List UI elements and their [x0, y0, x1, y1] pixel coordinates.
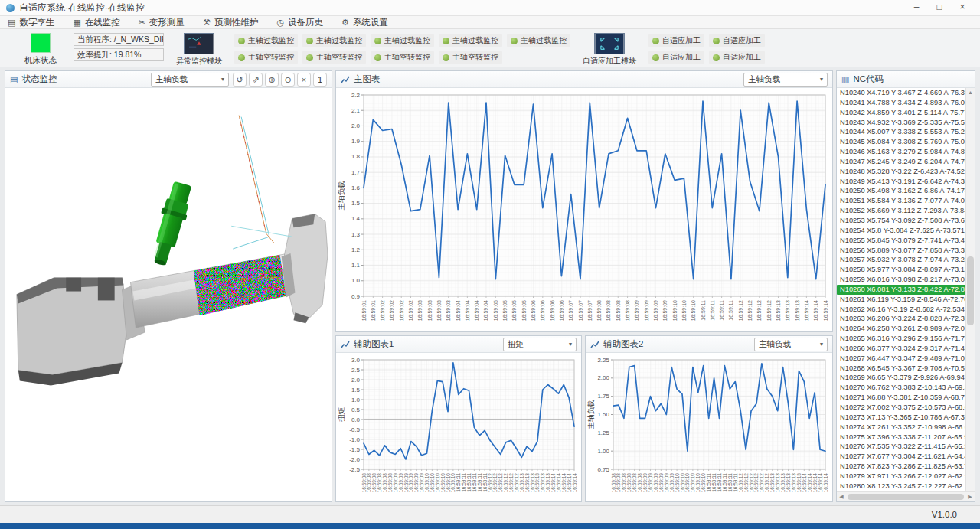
adaptive-chip-2[interactable]: 自适应加工 — [648, 51, 704, 64]
nc-line[interactable]: N10242 X4.859 Y-3.401 Z-5.114 A-75.775 — [837, 108, 965, 118]
scrollbar-thumb[interactable] — [967, 256, 974, 325]
menu-item-5[interactable]: ⚙系统设置 — [341, 17, 388, 28]
orbit-button[interactable]: ↺ — [233, 73, 247, 87]
nc-line[interactable]: N10263 X6.206 Y-3.224 Z-8.828 A-72.33 ( — [837, 314, 965, 324]
svg-text:16:59:06: 16:59:06 — [550, 300, 555, 321]
nc-line[interactable]: N10276 X7.535 Y-3.322 Z-11.415 A-65.22 — [837, 442, 965, 452]
nc-line[interactable]: N10251 X5.584 Y-3.136 Z-7.077 A-74.012 — [837, 196, 965, 206]
nc-line[interactable]: N10265 X6.316 Y-3.296 Z-9.156 A-71.771 — [837, 334, 965, 344]
nc-line[interactable]: N10271 X6.88 Y-3.381 Z-10.359 A-68.711 — [837, 393, 965, 403]
status-panel-header: ▤ 状态监控 主轴负载 ▾ ↺ ⇗ ⊕ ⊖ × 1 — [5, 71, 332, 88]
svg-text:-0.5: -0.5 — [349, 426, 360, 433]
idle-monitor-chip-0[interactable]: 主轴空转监控 — [234, 51, 298, 64]
nc-line[interactable]: N10255 X5.845 Y-3.079 Z-7.741 A-73.458 — [837, 236, 965, 246]
nc-line[interactable]: N10261 X6.119 Y-3.159 Z-8.546 A-72.701 — [837, 295, 965, 305]
menu-item-2[interactable]: ✂变形测量 — [139, 17, 185, 28]
export-button[interactable]: ⇗ — [249, 73, 263, 87]
nc-line[interactable]: N10274 X7.261 Y-3.352 Z-10.998 A-66.67 — [837, 423, 965, 433]
nc-line[interactable]: N10253 X5.754 Y-3.092 Z-7.508 A-73.677 — [837, 216, 965, 226]
aux-chart2-panel: 辅助图表2 主轴负载 ▾ 0.751.001.251.501.752.002.2… — [585, 335, 833, 502]
nc-line[interactable]: N10264 X6.258 Y-3.261 Z-8.989 A-72.072 — [837, 324, 965, 334]
nc-line-active[interactable]: N10260 X6.081 Y-3.133 Z-8.422 A-72.835 — [837, 285, 965, 295]
nc-line[interactable]: N10279 X7.971 Y-3.266 Z-12.027 A-62.98 — [837, 472, 965, 482]
menu-item-1[interactable]: ▦在线监控 — [73, 17, 119, 28]
nc-line[interactable]: N10254 X5.8 Y-3.084 Z-7.625 A-73.571 C — [837, 226, 965, 236]
fit-view-button[interactable]: × — [297, 73, 311, 87]
svg-text:16:59:08: 16:59:08 — [625, 300, 630, 321]
aux-chart1-dropdown[interactable]: 扭矩 ▾ — [503, 338, 577, 351]
menu-item-3[interactable]: ⚒预测性维护 — [203, 17, 258, 28]
adaptive-module-block[interactable]: 自适应加工模块 — [583, 33, 636, 67]
adaptive-chip-3[interactable]: 自适应加工 — [709, 51, 765, 64]
green-led-icon — [238, 38, 245, 44]
view-page-indicator[interactable]: 1 — [313, 73, 327, 87]
menu-item-4[interactable]: ◷设备历史 — [276, 17, 323, 28]
main-chart-dropdown[interactable]: 主轴负载 ▾ — [743, 73, 828, 87]
green-led-icon — [443, 54, 449, 61]
nc-line[interactable]: N10269 X6.65 Y-3.379 Z-9.926 A-69.947 ( — [837, 373, 965, 383]
adaptive-chip-1[interactable]: 自适应加工 — [709, 34, 765, 47]
aux-chart2-dropdown[interactable]: 主轴负载 ▾ — [754, 338, 828, 351]
adaptive-module-thumbnail[interactable] — [594, 33, 625, 54]
menu-item-0[interactable]: ▤数字孪生 — [8, 17, 54, 28]
svg-text:2.0: 2.0 — [351, 122, 361, 129]
idle-monitor-chip-3[interactable]: 主轴空转监控 — [439, 51, 502, 64]
overload-monitor-chip-1[interactable]: 主轴过载监控 — [302, 34, 366, 47]
adaptive-chip-row-1: 自适应加工自适应加工 — [648, 34, 765, 47]
nc-line[interactable]: N10268 X6.545 Y-3.367 Z-9.708 A-70.519 — [837, 364, 965, 374]
nc-line[interactable]: N10262 X6.16 Y-3.19 Z-8.682 A-72.534 C — [837, 305, 965, 315]
nc-line[interactable]: N10252 X5.669 Y-3.112 Z-7.293 A-73.844 — [837, 206, 965, 216]
idle-monitor-chip-2[interactable]: 主轴空转监控 — [371, 51, 434, 64]
nc-line[interactable]: N10248 X5.328 Y-3.22 Z-6.423 A-74.52 C — [837, 167, 965, 177]
nc-vertical-scrollbar[interactable]: ▲ — [965, 88, 975, 491]
idle-monitor-chip-1[interactable]: 主轴空转监控 — [302, 51, 366, 64]
nc-line[interactable]: N10244 X5.007 Y-3.338 Z-5.553 A-75.297 — [837, 127, 965, 137]
overload-monitor-chip-4[interactable]: 主轴过载监控 — [507, 34, 570, 47]
nc-line[interactable]: N10257 X5.932 Y-3.078 Z-7.974 A-73.243 — [837, 255, 965, 265]
overload-monitor-chip-2[interactable]: 主轴过载监控 — [371, 34, 434, 47]
nc-line[interactable]: N10277 X7.677 Y-3.304 Z-11.621 A-64.48 — [837, 452, 965, 462]
nc-line[interactable]: N10270 X6.762 Y-3.383 Z-10.143 A-69.34 — [837, 383, 965, 393]
overload-monitor-chip-3[interactable]: 主轴过载监控 — [439, 34, 502, 47]
nc-line[interactable]: N10259 X6.016 Y-3.098 Z-8.217 A-73.036 — [837, 275, 965, 285]
svg-text:16:59:02: 16:59:02 — [380, 300, 385, 321]
nc-line[interactable]: N10241 X4.788 Y-3.434 Z-4.893 A-76.062 — [837, 98, 965, 108]
nc-line[interactable]: N10258 X5.977 Y-3.084 Z-8.097 A-73.138 — [837, 265, 965, 275]
nc-line[interactable]: N10272 X7.002 Y-3.375 Z-10.573 A-68.05 — [837, 403, 965, 413]
scrollbar-thumb[interactable] — [848, 494, 964, 500]
close-button[interactable]: × — [951, 0, 974, 15]
scroll-left-icon[interactable]: ◀ — [837, 494, 846, 500]
adaptive-module-label: 自适应加工模块 — [583, 56, 636, 67]
minimize-button[interactable]: – — [905, 0, 928, 15]
viewport-3d[interactable] — [5, 88, 332, 501]
nc-line[interactable]: N10247 X5.245 Y-3.249 Z-6.204 A-74.701 — [837, 157, 965, 167]
nc-line[interactable]: N10240 X4.719 Y-3.467 Z-4.669 A-76.396 — [837, 88, 965, 98]
nc-horizontal-scrollbar[interactable]: ◀ ▶ — [837, 491, 975, 501]
nc-line[interactable]: N10275 X7.396 Y-3.338 Z-11.207 A-65.95 — [837, 433, 965, 442]
anomaly-module-label: 异常监控模块 — [176, 56, 222, 67]
nc-line[interactable]: N10278 X7.823 Y-3.286 Z-11.825 A-63.73 — [837, 462, 965, 472]
scroll-up-icon[interactable]: ▲ — [966, 88, 975, 97]
nc-line[interactable]: N10267 X6.447 Y-3.347 Z-9.489 A-71.055 — [837, 354, 965, 364]
nc-line[interactable]: N10246 X5.163 Y-3.279 Z-5.984 A-74.892 — [837, 147, 965, 157]
anomaly-module-block[interactable]: 异常监控模块 — [176, 33, 222, 67]
status-view-dropdown[interactable]: 主轴负载 ▾ — [151, 73, 229, 87]
nc-line[interactable]: N10249 X5.413 Y-3.191 Z-6.642 A-74.346 — [837, 177, 965, 187]
nc-line[interactable]: N10273 X7.13 Y-3.365 Z-10.786 A-67.372 — [837, 413, 965, 423]
maximize-button[interactable]: □ — [928, 0, 951, 15]
nc-line[interactable]: N10245 X5.084 Y-3.308 Z-5.769 A-75.088 — [837, 137, 965, 147]
workpiece-3d-render — [5, 88, 332, 501]
zoom-in-button[interactable]: ⊕ — [265, 73, 279, 87]
overload-monitor-chip-0[interactable]: 主轴过载监控 — [234, 34, 298, 47]
nc-line[interactable]: N10266 X6.377 Y-3.324 Z-9.317 A-71.443 — [837, 344, 965, 354]
nc-line[interactable]: N10243 X4.932 Y-3.369 Z-5.335 A-75.523 — [837, 118, 965, 128]
nc-line[interactable]: N10256 X5.889 Y-3.077 Z-7.858 A-73.348 — [837, 246, 965, 256]
adaptive-chips: 自适应加工自适应加工 自适应加工自适应加工 — [648, 33, 765, 64]
anomaly-module-thumbnail[interactable] — [184, 33, 214, 54]
nc-line[interactable]: N10250 X5.498 Y-3.162 Z-6.86 A-74.178 ( — [837, 186, 965, 196]
nc-line[interactable]: N10280 X8.123 Y-3.245 Z-12.227 A-62.23 — [837, 482, 965, 491]
scroll-right-icon[interactable]: ▶ — [965, 494, 975, 500]
adaptive-chip-0[interactable]: 自适应加工 — [648, 34, 704, 47]
zoom-out-button[interactable]: ⊖ — [281, 73, 295, 87]
content-area: ▤ 状态监控 主轴负载 ▾ ↺ ⇗ ⊕ ⊖ × 1 — [0, 67, 980, 505]
